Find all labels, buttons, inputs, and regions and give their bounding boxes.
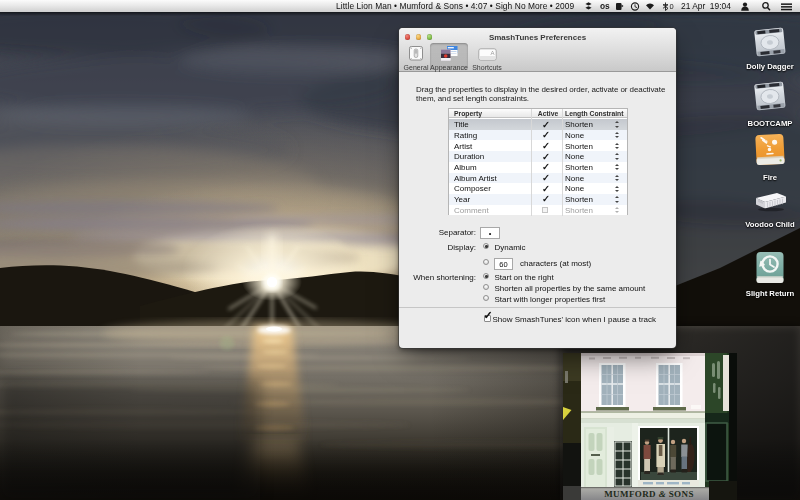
svg-text:MUMFORD & SONS: MUMFORD & SONS [604,489,694,499]
svg-text:os: os [600,2,610,11]
svg-text:A: A [491,50,495,56]
svg-text:0: 0 [670,2,674,11]
